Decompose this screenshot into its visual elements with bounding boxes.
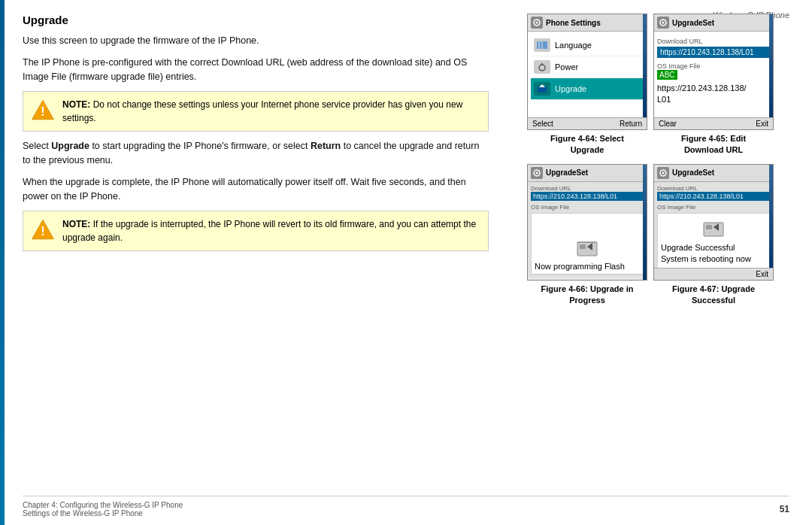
footer-left: Chapter 4: Configuring the Wireless-G IP… (23, 501, 183, 517)
svg-rect-18 (580, 244, 586, 249)
dl-url-label-67: Download URL (657, 185, 770, 192)
phone-screen-64: Phone Settings (527, 14, 647, 130)
phone-body-67: Download URL https://210.243.128.138/L01… (654, 182, 773, 278)
caption-64: Figure 4-64: Select Upgrade (550, 133, 624, 156)
footer-select-64[interactable]: Select (532, 120, 553, 128)
dl-url-value-66: https://210.243.128.138/L01 (531, 192, 644, 201)
phone-footer-67: Exit (654, 268, 773, 280)
menu-item-upgrade[interactable]: Upgrade (531, 78, 644, 100)
footer-bar: Chapter 4: Configuring the Wireless-G IP… (23, 496, 789, 517)
svg-rect-23 (704, 223, 723, 236)
phone-screen-67: UpgradeSet Download URL https://210.243.… (653, 164, 774, 281)
phone-upgradeset-icon-67 (657, 167, 669, 179)
footer-line1: Chapter 4: Configuring the Wireless-G IP… (23, 501, 183, 509)
phone-footer-65: Clear Exit (654, 117, 773, 129)
programming-text-66: Now programming Flash (535, 262, 625, 271)
screens-bottom-row: UpgradeSet Download URL https://210.243.… (511, 164, 789, 307)
paragraph-4: When the upgrade is complete, the IP Pho… (23, 175, 489, 204)
phone-stripe-67 (769, 165, 773, 280)
footer-line2: Settings of the Wireless-G IP Phone (23, 509, 183, 517)
phone-screen-65: UpgradeSet Download URL https://210.243.… (653, 14, 774, 130)
screen65-wrapper: UpgradeSet Download URL https://210.243.… (653, 14, 774, 156)
svg-text:!: ! (41, 105, 44, 118)
caption-66: Figure 4-66: Upgrade in Progress (541, 284, 634, 307)
phone-body-65: Download URL https://210.243.128.138/L01… (654, 32, 773, 127)
sidebar-stripe (0, 0, 5, 525)
upgrade-icon (534, 82, 550, 96)
svg-point-9 (539, 65, 545, 71)
phone-upgradeset-icon-66 (531, 167, 543, 179)
success-text-67: Upgrade SuccessfulSystem is rebooting no… (661, 242, 751, 266)
phone-body-66: Download URL https://210.243.128.138/L01… (528, 182, 647, 278)
screen66-wrapper: UpgradeSet Download URL https://210.243.… (527, 164, 647, 307)
svg-point-5 (536, 22, 538, 24)
dl-url-label-65: Download URL (657, 38, 770, 45)
svg-text:!: ! (41, 225, 44, 238)
dl-url-value-67: https://210.243.128.138/L01 (657, 192, 770, 201)
note-text-1: NOTE: Do not change these settings unles… (62, 98, 480, 125)
phone-stripe-66 (643, 165, 647, 280)
paragraph-3: Select Upgrade to start upgrading the IP… (23, 139, 489, 168)
programming-area-66: Now programming Flash (531, 213, 644, 275)
note-text-2: NOTE: If the upgrade is interrupted, the… (62, 217, 480, 244)
phone-header-64: Phone Settings (528, 14, 647, 32)
paragraph-2: The IP Phone is pre-configured with the … (23, 56, 489, 84)
phone-stripe-64 (643, 14, 647, 129)
os-image-value-65: ABC (657, 70, 677, 80)
screen64-wrapper: Phone Settings (527, 14, 647, 156)
dl-url-label-66: Download URL (531, 185, 644, 192)
power-icon (534, 60, 550, 74)
svg-rect-17 (577, 242, 597, 256)
os-image-label-67: OS Image File (657, 204, 770, 211)
screens-top-row: Phone Settings (511, 14, 789, 156)
phone-stripe-65 (769, 14, 773, 129)
svg-point-22 (662, 171, 665, 174)
svg-marker-12 (539, 84, 545, 87)
warning-icon-2: ! (31, 217, 55, 241)
phone-header-65: UpgradeSet (654, 14, 773, 32)
footer-page-number: 51 (780, 504, 789, 514)
os-image-label-66: OS Image File (531, 204, 644, 211)
menu-item-language[interactable]: Language (531, 35, 644, 56)
section-title: Upgrade (23, 14, 489, 26)
success-icon-67 (702, 217, 725, 239)
caption-67: Figure 4-67: Upgrade Successful (672, 284, 755, 307)
phone-screen-66: UpgradeSet Download URL https://210.243.… (527, 164, 647, 281)
phone-upgradeset-icon-65 (657, 17, 669, 29)
screen67-wrapper: UpgradeSet Download URL https://210.243.… (653, 164, 774, 307)
note-box-1: ! NOTE: Do not change these settings unl… (23, 91, 489, 132)
os-image-label-65: OS Image File (657, 62, 770, 70)
footer-return-64[interactable]: Return (620, 120, 642, 128)
language-icon (534, 38, 550, 52)
programming-icon-66 (576, 236, 598, 259)
svg-point-14 (662, 22, 665, 24)
note-box-2: ! NOTE: If the upgrade is interrupted, t… (23, 211, 489, 251)
svg-rect-11 (538, 86, 547, 93)
footer-exit-65[interactable]: Exit (756, 120, 768, 128)
footer-clear-65[interactable]: Clear (659, 120, 677, 128)
footer-exit-67[interactable]: Exit (756, 270, 768, 278)
caption-65: Figure 4-65: Edit Download URL (681, 133, 746, 156)
phone-header-66: UpgradeSet (528, 165, 647, 182)
menu-item-power[interactable]: Power (531, 56, 644, 78)
phone-settings-icon (531, 17, 543, 29)
paragraph-1: Use this screen to upgrade the firmware … (23, 34, 489, 48)
big-url-65: https://210.243.128.138/L01 (657, 83, 770, 106)
warning-icon-1: ! (31, 98, 55, 122)
phone-footer-64: Select Return (528, 117, 647, 129)
phone-header-67: UpgradeSet (654, 165, 773, 182)
dl-url-value-65: https://210.243.128.138/L01 (657, 47, 770, 58)
svg-point-16 (536, 171, 538, 174)
phone-body-64: Language Power (528, 32, 647, 127)
svg-rect-24 (706, 225, 712, 229)
success-area-67: Upgrade SuccessfulSystem is rebooting no… (657, 213, 770, 269)
